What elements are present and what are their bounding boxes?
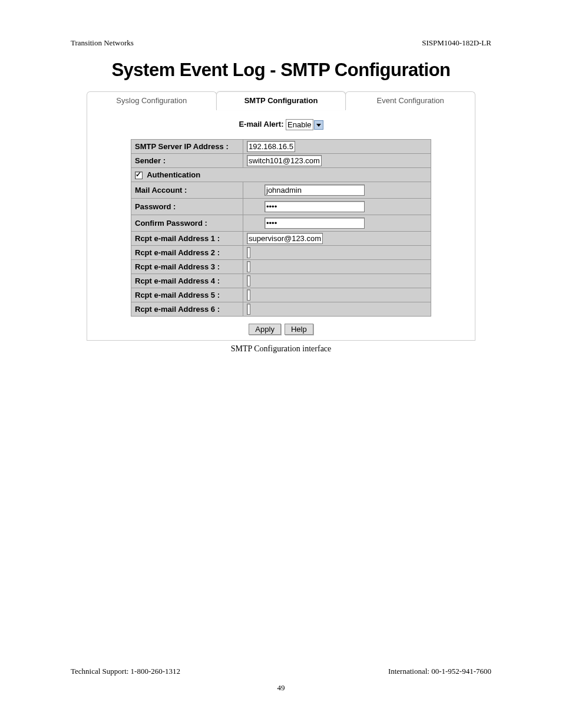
rcpt3-label: Rcpt e-mail Address 3 : (131, 260, 243, 274)
authentication-label: Authentication (147, 170, 200, 179)
table-row: Mail Account : johnadmin (131, 182, 431, 199)
sender-label: Sender : (131, 154, 243, 168)
config-panel: Syslog Configuration SMTP Configuration … (87, 91, 475, 341)
rcpt3-input[interactable] (247, 261, 250, 272)
password-input[interactable]: •••• (265, 201, 365, 212)
rcpt5-input[interactable] (247, 289, 250, 301)
footer-right: International: 00-1-952-941-7600 (388, 667, 491, 676)
table-row: Rcpt e-mail Address 4 : (131, 274, 431, 288)
mail-account-input[interactable]: johnadmin (265, 185, 365, 196)
rcpt1-label: Rcpt e-mail Address 1 : (131, 232, 243, 246)
chevron-down-icon[interactable] (314, 120, 323, 130)
page-header: Transition Networks SISPM1040-182D-LR (71, 38, 491, 48)
tab-smtp-configuration[interactable]: SMTP Configuration (216, 91, 346, 110)
table-row: Sender : switch101@123.com (131, 154, 431, 168)
rcpt4-input[interactable] (247, 275, 250, 286)
rcpt6-cell (243, 302, 431, 317)
figure-caption: SMTP Configuration interface (71, 344, 491, 354)
table-row: Rcpt e-mail Address 5 : (131, 288, 431, 302)
footer-left: Technical Support: 1-800-260-1312 (71, 667, 180, 676)
table-row: Rcpt e-mail Address 1 : supervisor@123.c… (131, 232, 431, 246)
smtp-server-input[interactable]: 192.168.16.5 (247, 141, 295, 152)
table-row: Password : •••• (131, 199, 431, 215)
email-alert-selected-value: Enable (287, 120, 311, 129)
table-row: SMTP Server IP Address : 192.168.16.5 (131, 140, 431, 154)
rcpt2-cell (243, 246, 431, 260)
sender-cell: switch101@123.com (243, 154, 431, 168)
rcpt5-cell (243, 288, 431, 302)
email-alert-label: E-mail Alert: (239, 120, 283, 129)
smtp-server-label: SMTP Server IP Address : (131, 140, 243, 154)
email-alert-row: E-mail Alert: Enable (93, 119, 469, 130)
table-row: Rcpt e-mail Address 3 : (131, 260, 431, 274)
mail-account-cell: johnadmin (243, 182, 431, 199)
confirm-password-label: Confirm Password : (131, 215, 243, 232)
page-number: 49 (71, 683, 491, 693)
password-cell: •••• (243, 199, 431, 215)
rcpt2-label: Rcpt e-mail Address 2 : (131, 246, 243, 260)
panel-body: E-mail Alert: Enable SMTP Server IP Addr… (87, 110, 475, 341)
rcpt4-cell (243, 274, 431, 288)
rcpt3-cell (243, 260, 431, 274)
help-button[interactable]: Help (285, 324, 313, 335)
header-left: Transition Networks (71, 38, 134, 48)
rcpt5-label: Rcpt e-mail Address 5 : (131, 288, 243, 302)
rcpt2-input[interactable] (247, 247, 250, 258)
email-alert-select[interactable]: Enable (286, 119, 313, 130)
tab-bar: Syslog Configuration SMTP Configuration … (87, 91, 475, 110)
page-footer: Technical Support: 1-800-260-1312 Intern… (71, 667, 491, 693)
confirm-password-cell: •••• (243, 215, 431, 232)
rcpt4-label: Rcpt e-mail Address 4 : (131, 274, 243, 288)
password-label: Password : (131, 199, 243, 215)
apply-button[interactable]: Apply (249, 324, 281, 335)
table-row: Rcpt e-mail Address 2 : (131, 246, 431, 260)
table-row: Confirm Password : •••• (131, 215, 431, 232)
header-right: SISPM1040-182D-LR (422, 38, 491, 48)
smtp-server-cell: 192.168.16.5 (243, 140, 431, 154)
authentication-row: Authentication (131, 168, 431, 182)
rcpt6-label: Rcpt e-mail Address 6 : (131, 302, 243, 317)
sender-input[interactable]: switch101@123.com (247, 155, 322, 166)
rcpt1-input[interactable]: supervisor@123.com (247, 233, 323, 244)
smtp-form-table: SMTP Server IP Address : 192.168.16.5 Se… (131, 139, 431, 317)
confirm-password-input[interactable]: •••• (265, 218, 365, 229)
table-row: Rcpt e-mail Address 6 : (131, 302, 431, 317)
tab-syslog-configuration[interactable]: Syslog Configuration (87, 91, 217, 110)
tab-event-configuration[interactable]: Event Configuration (345, 91, 475, 110)
table-row: Authentication (131, 168, 431, 182)
page-title: System Event Log - SMTP Configuration (71, 60, 491, 81)
mail-account-label: Mail Account : (131, 182, 243, 199)
authentication-checkbox[interactable] (135, 172, 143, 179)
rcpt1-cell: supervisor@123.com (243, 232, 431, 246)
button-row: Apply Help (93, 324, 469, 334)
rcpt6-input[interactable] (247, 304, 250, 315)
